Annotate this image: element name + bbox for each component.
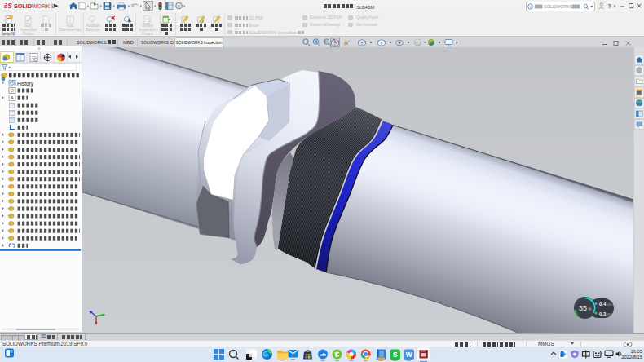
svg-text:2022/8/15: 2022/8/15 — [621, 355, 642, 360]
svg-text:KB/s: KB/s — [607, 303, 613, 307]
svg-text:%: % — [589, 307, 592, 311]
svg-text:S: S — [393, 351, 398, 359]
svg-text:0.4: 0.4 — [599, 302, 607, 307]
svg-text:A: A — [11, 95, 15, 100]
svg-text:KB/s: KB/s — [607, 313, 613, 316]
svg-text:SOLIDWORKS: SOLIDWORKS — [544, 3, 572, 8]
svg-text:+: + — [68, 17, 72, 23]
svg-text:16:05: 16:05 — [630, 349, 642, 354]
svg-text:0.3: 0.3 — [599, 311, 607, 316]
svg-text:35: 35 — [579, 304, 587, 312]
svg-text:W: W — [406, 351, 413, 359]
svg-text:?: ? — [608, 3, 611, 9]
svg-text:i: i — [530, 3, 532, 8]
svg-text:History: History — [17, 81, 34, 87]
